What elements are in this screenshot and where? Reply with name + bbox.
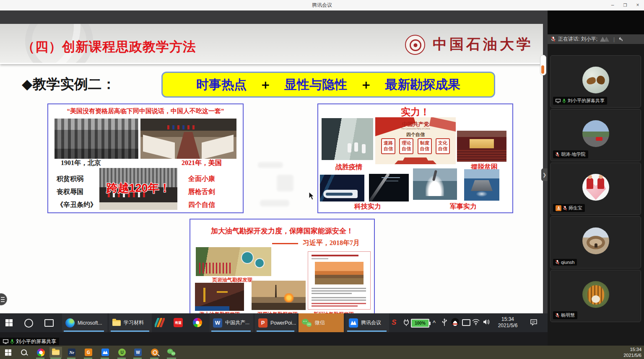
photo-maglev-train: [320, 175, 364, 201]
search-icon: [21, 349, 27, 355]
taskbar2-clock[interactable]: 15:342021/5/6: [623, 346, 641, 358]
video-tile-presenter[interactable]: 刘小平的屏幕共享: [550, 55, 641, 108]
search-button[interactable]: [18, 347, 29, 358]
taskbar-app-stripes[interactable]: [154, 317, 165, 328]
start-button-2[interactable]: [3, 347, 13, 358]
host-icon: [556, 205, 561, 211]
speaking-text: 正在讲话: 刘小平;: [558, 36, 597, 43]
taskbar2-g-app[interactable]: G: [83, 347, 94, 358]
running-indicator: [84, 358, 92, 359]
active-underline: [347, 331, 387, 332]
attribution-dash: [272, 243, 298, 244]
taskbar2-utorrent[interactable]: U: [117, 347, 127, 358]
photo-oilfield-aerial: [196, 247, 271, 276]
taskbar2-search-tool[interactable]: [149, 347, 160, 358]
video-tile[interactable]: 胡涛-地学院: [550, 109, 641, 161]
maximize-button[interactable]: ❐: [619, 0, 631, 10]
active-underline: [257, 331, 294, 332]
mic-muted-icon: [556, 152, 559, 157]
tray-clock[interactable]: 15:342021/5/6: [494, 316, 522, 329]
scrollbar-thumb[interactable]: [541, 65, 544, 74]
screen: 腾讯会议 – ❐ × （四）创新课程思政教学方法 中国石油大学 ◆教学实例二： …: [0, 0, 644, 359]
tile-label: 师生宝: [553, 204, 585, 212]
taskbar-app-meeting[interactable]: 腾讯会议: [345, 313, 389, 332]
scrollbar[interactable]: [540, 55, 546, 75]
video-tile[interactable]: 师生宝: [550, 163, 641, 215]
window-title: 腾讯会议: [0, 0, 644, 10]
taskbar2-explorer[interactable]: [49, 347, 62, 358]
minimize-button[interactable]: –: [606, 0, 619, 10]
taskbar-app-word[interactable]: W 中国共产...: [210, 313, 253, 332]
mic-on-icon: [10, 339, 14, 344]
confidence-boxes: 道路自信 理论自信 制度自信 文化自信: [381, 138, 450, 154]
active-underline: [64, 331, 104, 332]
university-seal-icon: [405, 35, 425, 55]
share-label-text: 刘小平的屏幕共享: [16, 338, 56, 345]
screen-icon: [556, 99, 561, 103]
taskbar-app-powerpoint[interactable]: P PowerPoi...: [255, 313, 297, 332]
mouse-cursor: [309, 191, 315, 201]
wifi-icon[interactable]: [472, 319, 480, 325]
speaker-icon[interactable]: [483, 319, 490, 325]
powerpoint-icon: P: [258, 318, 267, 328]
running-indicator: [117, 358, 126, 359]
close-button[interactable]: ×: [631, 0, 644, 10]
utorrent-icon: U: [118, 349, 126, 356]
edge-icon: [65, 318, 75, 328]
plus-sign: ＋: [259, 76, 272, 93]
video-tile[interactable]: qiunsh: [550, 216, 641, 269]
photo-space-program: [369, 174, 409, 201]
presentation-slide: （四）创新课程思政教学方法 中国石油大学 ◆教学实例二： 时事热点 ＋ 显性与隐…: [0, 24, 543, 313]
slide-header-band: （四）创新课程思政教学方法 中国石油大学: [0, 24, 543, 64]
notification-center-icon[interactable]: [530, 318, 538, 326]
tray-chevron-icon[interactable]: ^: [433, 319, 436, 326]
start-button[interactable]: [3, 317, 14, 328]
mic-muted-icon: [556, 260, 559, 265]
screen-share-indicator[interactable]: 刘小平的屏幕共享: [0, 338, 59, 345]
taskbar-app-wechat[interactable]: 微信: [299, 313, 344, 332]
taskbar-app-edge[interactable]: Microsoft...: [62, 313, 107, 332]
photo-drilling-rig: [195, 283, 244, 311]
strength-title: 实力！: [318, 106, 512, 119]
taskbar-app-youdao[interactable]: 有道: [173, 317, 184, 328]
taskbar2-browser[interactable]: [35, 347, 46, 358]
taskbar2-meeting[interactable]: [100, 347, 111, 358]
stripes-icon: [155, 318, 165, 327]
photo-epidemic-lab: [322, 118, 373, 160]
tile-label: 刘小平的屏幕共享: [553, 97, 607, 105]
year-right-label: 2021年，美国: [182, 159, 222, 168]
video-tile[interactable]: 杨明慧: [550, 270, 641, 322]
shared-taskbar: Microsoft... 学习材料 有道 W 中国共产... P PowerPo…: [0, 313, 548, 332]
battery-indicator[interactable]: 100%: [411, 319, 431, 328]
mic-on-icon: [562, 98, 566, 103]
power-plug-icon[interactable]: [403, 319, 409, 326]
task-view-button[interactable]: [44, 319, 54, 327]
sidebar-collapse-button[interactable]: ❯: [541, 168, 548, 181]
device-icon[interactable]: [462, 319, 470, 326]
usb-icon[interactable]: [442, 318, 447, 327]
mic-muted-icon: [551, 36, 556, 42]
avatar: [582, 281, 609, 308]
taskbar2-word[interactable]: W: [132, 347, 143, 358]
sogou-input-icon[interactable]: S: [392, 318, 396, 327]
qq-icon[interactable]: [451, 318, 459, 326]
mic-muted-icon: [556, 313, 559, 318]
orange-magnifier-icon: [151, 349, 158, 356]
taskbar-app-folder[interactable]: 学习材料: [109, 313, 152, 332]
running-indicator: [167, 358, 176, 359]
back-arrow-icon[interactable]: [617, 37, 623, 42]
taskbar2-wechat[interactable]: [166, 347, 177, 358]
taskbar2-ne-app[interactable]: Ne: [66, 347, 77, 358]
avatar: [582, 120, 609, 147]
mic-muted-icon: [563, 206, 567, 211]
photo-1901-beijing: [55, 119, 138, 159]
cortana-button[interactable]: [24, 319, 33, 328]
youdao-icon: 有道: [174, 318, 183, 327]
quote-text: “美国没有资格居高临下同中国说话，中国人不吃这一套”: [48, 107, 243, 115]
taskbar-app-browser[interactable]: [192, 317, 203, 328]
tencent-meeting-icon: [349, 318, 358, 328]
photo-aircraft-carrier: [464, 169, 499, 201]
avatar: [582, 67, 609, 93]
photo-missile-launch: [413, 168, 457, 200]
active-underline: [111, 331, 149, 332]
